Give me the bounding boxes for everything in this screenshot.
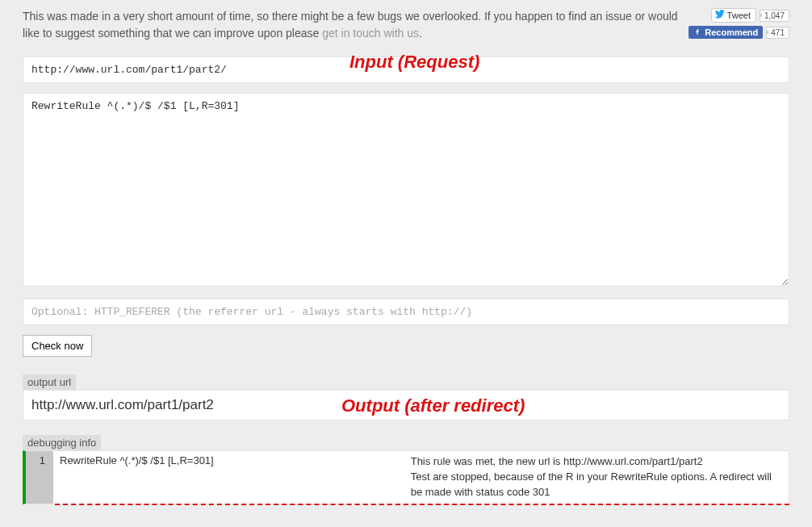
tweet-button[interactable]: Tweet <box>711 8 756 23</box>
contact-link[interactable]: get in touch with us <box>322 27 419 40</box>
intro-text-after: . <box>419 27 422 40</box>
tweet-count: 1,047 <box>760 10 789 22</box>
intro-text: This was made in a very short amount of … <box>23 8 679 42</box>
output-url-label: output url <box>23 374 76 390</box>
dashed-separator <box>55 504 789 505</box>
debug-row: 1 RewriteRule ^(.*)/$ /$1 [L,R=301] This… <box>23 450 789 504</box>
rules-textarea[interactable] <box>23 93 789 287</box>
recommend-button[interactable]: Recommend <box>689 26 763 39</box>
twitter-icon <box>715 10 725 21</box>
url-input[interactable] <box>23 56 789 83</box>
check-now-button[interactable]: Check now <box>23 335 92 357</box>
output-url-value: http://www.url.com/part1/part2 <box>23 390 789 420</box>
debug-line-number: 1 <box>26 451 53 504</box>
recommend-label: Recommend <box>705 27 758 37</box>
facebook-icon <box>693 27 701 37</box>
debug-rule-text: RewriteRule ^(.*)/$ /$1 [L,R=301] <box>53 451 404 504</box>
recommend-count: 471 <box>766 27 789 39</box>
tweet-label: Tweet <box>727 10 751 20</box>
debugging-info-label: debugging info <box>23 435 101 450</box>
social-buttons: Tweet 1,047 Recommend 471 <box>689 8 789 39</box>
debug-explanation: This rule was met, the new url is http:/… <box>404 451 789 504</box>
referer-input[interactable] <box>23 299 789 325</box>
